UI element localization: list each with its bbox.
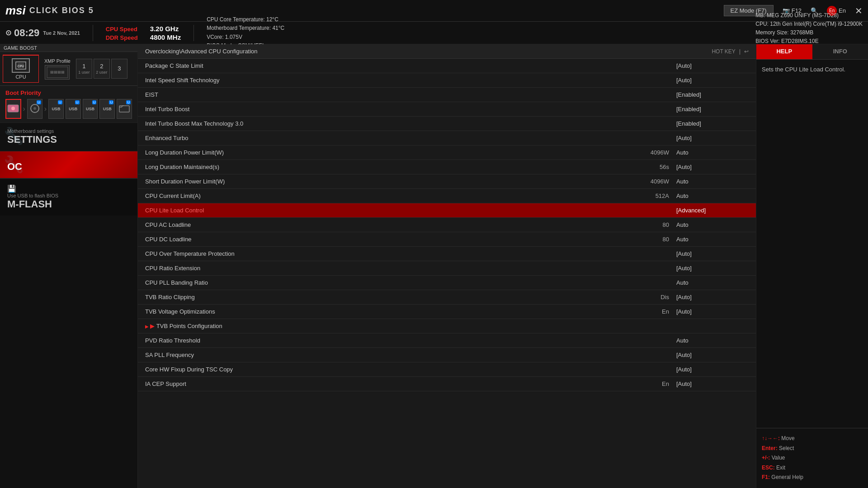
nav-item-mflash[interactable]: 💾 Use USB to flash BIOS M-FLASH	[0, 178, 137, 216]
boot-icon-6: USB	[103, 107, 112, 111]
setting-extra-11: 80	[640, 221, 676, 228]
boot-icon-1	[7, 103, 19, 115]
settings-title: SETTINGS	[7, 134, 130, 145]
sys-info-mb: MB: MEG Z690 UNIFY (MS-7D28)	[755, 11, 863, 20]
setting-value-16: [Auto]	[676, 294, 749, 300]
setting-name-18: ▶TVB Points Configuration	[145, 323, 640, 329]
setting-value-12: Auto	[676, 236, 749, 243]
settings-bg-icon: 🔧	[4, 127, 24, 145]
setting-name-4: Intel Turbo Boost Max Technology 3.0	[145, 120, 640, 127]
setting-extra-7: 56s	[640, 164, 676, 170]
date-display: Tue 2 Nov, 2021	[43, 30, 80, 36]
setting-row-21[interactable]: Core HW Fixup During TSC Copy[Auto]	[138, 362, 756, 377]
boot-item-5[interactable]: USB U	[83, 99, 98, 119]
right-panel: HELP INFO Sets the CPU Lite Load Control…	[756, 44, 868, 488]
tab-help[interactable]: HELP	[756, 44, 812, 59]
profile-3-button[interactable]: 3	[111, 59, 127, 79]
tab-info[interactable]: INFO	[812, 44, 868, 59]
setting-row-12[interactable]: CPU DC Loadline80Auto	[138, 232, 756, 247]
setting-row-4[interactable]: Intel Turbo Boost Max Technology 3.0[Ena…	[138, 117, 756, 131]
setting-name-12: CPU DC Loadline	[145, 236, 640, 243]
boot-item-6[interactable]: USB U	[99, 99, 115, 119]
profile-1-button[interactable]: 1 1 user	[76, 59, 92, 79]
setting-extra-6: 4096W	[640, 149, 676, 156]
boot-item-7[interactable]: U	[117, 99, 132, 119]
sys-info-line2: Motherboard Temperature: 41°C	[207, 24, 746, 33]
settings-sub-label: Motherboard settings	[7, 128, 130, 134]
setting-row-11[interactable]: CPU AC Loadline80Auto	[138, 218, 756, 232]
boot-item-2[interactable]: U	[27, 99, 42, 119]
setting-name-16: TVB Ratio Clipping	[145, 294, 640, 300]
help-text: Sets the CPU Lite Load Control.	[762, 65, 863, 75]
xmp-section: XMP Profile ▤▤▤▤	[44, 58, 71, 80]
setting-value-8: Auto	[676, 178, 749, 185]
help-footer-line: Enter: Select	[762, 444, 863, 454]
setting-row-17[interactable]: TVB Voltage OptimizationsEn[Auto]	[138, 305, 756, 319]
boot-badge-5: U	[92, 100, 97, 104]
profile-2-button[interactable]: 2 2 user	[94, 59, 110, 79]
breadcrumb-bar: Overclocking\Advanced CPU Configuration …	[138, 44, 756, 59]
back-button[interactable]: ↩	[744, 48, 749, 55]
setting-row-8[interactable]: Short Duration Power Limit(W)4096WAuto	[138, 174, 756, 189]
boot-item-3[interactable]: USB U	[48, 99, 64, 119]
boot-priority-title: Boot Priority	[5, 89, 132, 96]
setting-row-16[interactable]: TVB Ratio ClippingDis[Auto]	[138, 290, 756, 305]
setting-row-7[interactable]: Long Duration Maintained(s)56s[Auto]	[138, 160, 756, 174]
setting-name-20: SA PLL Frequency	[145, 352, 640, 358]
boot-items: › U › USB U	[5, 99, 132, 119]
setting-extra-8: 4096W	[640, 178, 676, 185]
setting-row-0[interactable]: Package C State Limit[Auto]	[138, 59, 756, 73]
setting-row-13[interactable]: CPU Over Temperature Protection[Auto]	[138, 247, 756, 261]
boot-item-1[interactable]	[5, 99, 21, 119]
setting-value-10: [Advanced]	[676, 207, 749, 214]
oc-bg-icon: 🔧	[4, 155, 24, 174]
setting-value-6: Auto	[676, 149, 749, 156]
nav-items: 🔧 Motherboard settings SETTINGS 🔧 OC 💾 U…	[0, 123, 137, 488]
nav-item-settings[interactable]: 🔧 Motherboard settings SETTINGS	[0, 123, 137, 151]
setting-row-9[interactable]: CPU Current Limit(A)512AAuto	[138, 189, 756, 203]
setting-row-6[interactable]: Long Duration Power Limit(W)4096WAuto	[138, 145, 756, 160]
ddr-speed-value: 4800 MHz	[150, 33, 181, 41]
msi-logo: msi	[5, 4, 26, 18]
center-content: Overclocking\Advanced CPU Configuration …	[138, 44, 756, 488]
nav-item-oc[interactable]: 🔧 OC	[0, 151, 137, 178]
setting-row-15[interactable]: CPU PLL Banding RatioAuto	[138, 276, 756, 290]
boot-icon-7	[118, 103, 131, 115]
setting-row-14[interactable]: CPU Ratio Extension[Auto]	[138, 261, 756, 276]
clock: ⊙ 08:29 Tue 2 Nov, 2021	[5, 27, 80, 39]
boot-icon-2	[28, 103, 41, 115]
setting-name-10: CPU Lite Load Control	[145, 207, 640, 214]
help-footer-line: ↑↓→←: Move	[762, 434, 863, 444]
clock-icon: ⊙	[5, 28, 11, 37]
setting-row-3[interactable]: Intel Turbo Boost[Enabled]	[138, 102, 756, 117]
setting-row-1[interactable]: Intel Speed Shift Technology[Auto]	[138, 73, 756, 88]
hotkey-label[interactable]: HOT KEY	[712, 48, 735, 55]
xmp-icon: ▤▤▤▤	[45, 65, 70, 80]
setting-row-22[interactable]: IA CEP SupportEn[Auto]	[138, 377, 756, 391]
setting-row-2[interactable]: EIST[Enabled]	[138, 88, 756, 102]
setting-name-1: Intel Speed Shift Technology	[145, 77, 640, 84]
setting-row-10[interactable]: CPU Lite Load Control[Advanced]	[138, 203, 756, 218]
svg-point-8	[33, 107, 36, 110]
setting-row-20[interactable]: SA PLL Frequency[Auto]	[138, 348, 756, 362]
help-content: Sets the CPU Lite Load Control.	[756, 60, 868, 428]
cpu-icon: CPU	[12, 58, 30, 73]
setting-row-18[interactable]: ▶TVB Points Configuration	[138, 319, 756, 333]
cpu-boost-item[interactable]: CPU CPU	[3, 55, 39, 83]
setting-row-19[interactable]: PVD Ratio ThresholdAuto	[138, 333, 756, 348]
boot-item-4[interactable]: USB U	[66, 99, 81, 119]
setting-value-1: [Auto]	[676, 77, 749, 84]
sys-info-line3: VCore: 1.075V	[207, 33, 746, 42]
profile-buttons: 1 1 user 2 2 user 3	[76, 59, 127, 79]
boot-badge-2: U	[37, 100, 41, 104]
setting-name-9: CPU Current Limit(A)	[145, 192, 640, 199]
boot-arrow-2: ›	[44, 105, 47, 113]
setting-row-5[interactable]: Enhanced Turbo[Auto]	[138, 131, 756, 145]
svg-text:CPU: CPU	[18, 65, 24, 68]
setting-value-13: [Auto]	[676, 250, 749, 257]
divider	[93, 25, 93, 41]
boot-badge-4: U	[75, 100, 80, 104]
help-footer: ↑↓→←: MoveEnter: Select+/-: ValueESC: Ex…	[756, 428, 868, 488]
setting-value-2: [Enabled]	[676, 91, 749, 98]
xmp-label: XMP Profile	[44, 58, 71, 64]
